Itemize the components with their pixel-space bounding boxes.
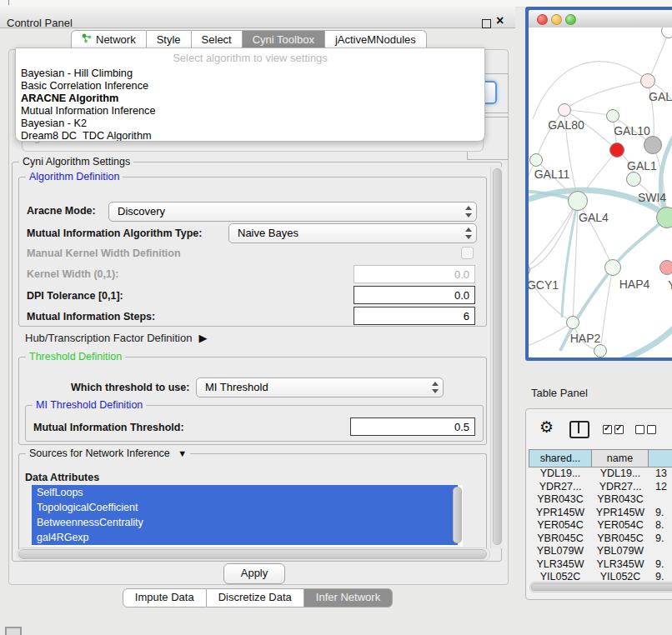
mi-algorithm-type-label: Mutual Information Algorithm Type:: [27, 228, 202, 239]
table-cell: YER054C: [529, 519, 592, 532]
table-row[interactable]: YLR345WYLR345W9.: [529, 558, 672, 572]
table-row[interactable]: YDR27...YDR27...12: [529, 481, 672, 494]
table-cell: [649, 545, 672, 558]
tab-cyni-toolbox[interactable]: Cyni Toolbox: [243, 30, 325, 49]
node-gal10[interactable]: [606, 109, 619, 122]
node-hap4[interactable]: [604, 259, 621, 276]
table-horizontal-scrollbar[interactable]: [529, 582, 672, 592]
settings-vertical-scrollbar[interactable]: [490, 167, 502, 548]
hub-definition-toggle[interactable]: Hub/Transcription Factor Definition▶: [25, 332, 207, 344]
close-traffic-light[interactable]: [537, 14, 548, 25]
dpi-tolerance-field[interactable]: [354, 286, 475, 304]
split-columns-icon[interactable]: [569, 421, 589, 438]
network-canvas[interactable]: GALGAL80GAL10GAL1GAL11SWI4GAL4GCY1HAP4YH…: [529, 28, 672, 358]
dpi-tolerance-label: DPI Tolerance [0,1]:: [27, 290, 123, 302]
tab-select[interactable]: Select: [192, 30, 243, 49]
aracne-mode-combobox[interactable]: Discovery: [108, 202, 477, 222]
close-icon[interactable]: ×: [496, 13, 504, 28]
kernel-width-field[interactable]: [354, 265, 475, 283]
table-row[interactable]: YBR043CYBR043C: [529, 493, 672, 507]
algorithm-option[interactable]: Bayesian - Hill Climbing: [16, 68, 484, 80]
mi-steps-field[interactable]: [354, 307, 475, 325]
node-swi4[interactable]: [626, 172, 641, 187]
which-threshold-label: Which threshold to use:: [71, 382, 189, 393]
manual-kernel-width-checkbox[interactable]: [461, 247, 474, 259]
tab-label: Style: [157, 33, 181, 46]
attribute-item[interactable]: gal4RGexp: [32, 530, 458, 545]
node-gal-top[interactable]: [640, 73, 655, 88]
attributes-list-scrollbar[interactable]: [453, 487, 462, 543]
node-gal11-label: GAL11: [534, 168, 570, 181]
attribute-item[interactable]: SelfLoops: [32, 485, 458, 500]
column-header-name[interactable]: name: [592, 449, 649, 468]
algorithm-option[interactable]: Mutual Information Inference: [16, 105, 484, 118]
network-window-titlebar[interactable]: [529, 10, 672, 28]
apply-button[interactable]: Apply: [223, 563, 285, 584]
node-hap2-label: HAP2: [570, 332, 601, 345]
node-hap2[interactable]: [566, 316, 579, 329]
table-cell: YLR345W: [592, 558, 649, 572]
column-header-col2[interactable]: [649, 449, 672, 468]
settings-horizontal-scrollbar[interactable]: [17, 548, 490, 561]
table-row[interactable]: YDL19...YDL19...13: [529, 468, 672, 481]
mi-algorithm-type-combobox[interactable]: Naive Bayes: [228, 223, 477, 243]
node-table: shared...name YDL19...YDL19...13YDR27...…: [529, 449, 672, 584]
which-threshold-combobox[interactable]: MI Threshold: [196, 378, 444, 398]
tab-style[interactable]: Style: [147, 30, 192, 49]
attribute-item[interactable]: BetweennessCentrality: [32, 515, 458, 530]
table-cell: YPR145W: [592, 507, 649, 520]
algorithm-option[interactable]: Dream8 DC_TDC Algorithm: [16, 130, 484, 142]
expand-arrow-icon: ▶: [198, 332, 207, 344]
node-gal11[interactable]: [529, 153, 543, 167]
bottom-tab-impute-data[interactable]: Impute Data: [123, 588, 207, 608]
select-none-icon[interactable]: [635, 422, 659, 438]
select-all-icon[interactable]: [603, 422, 626, 438]
node-salmon-label: Y: [668, 278, 672, 292]
table-row[interactable]: YPR145WYPR145W9.: [529, 507, 672, 520]
node-gal80[interactable]: [558, 103, 571, 117]
node-salmon[interactable]: [659, 260, 672, 275]
threshold-definition-title: Threshold Definition: [26, 351, 125, 362]
node-gal4[interactable]: [568, 191, 588, 211]
sources-group-title[interactable]: Sources for Network Inference ▼: [26, 448, 190, 459]
table-cell: YDL19...: [592, 468, 649, 481]
top-tick: [8, 0, 9, 5]
stepper-arrows-icon: [464, 206, 472, 218]
table-row[interactable]: YBL079WYBL079W: [529, 545, 672, 558]
node-gray[interactable]: [644, 136, 662, 154]
algorithm-option[interactable]: Basic Correlation Inference: [16, 80, 484, 92]
cyni-algorithm-settings-title: Cyni Algorithm Settings: [19, 156, 133, 168]
corner-widget-icon[interactable]: [5, 627, 22, 635]
tab-jactivemnodules[interactable]: jActiveMNodules: [325, 30, 427, 49]
minimize-traffic-light[interactable]: [551, 14, 562, 25]
data-attributes-label: Data Attributes: [25, 472, 99, 483]
table-cell: YBL079W: [592, 545, 649, 558]
settings-gear-icon[interactable]: ⚙: [539, 418, 554, 437]
node-right-green[interactable]: [656, 207, 672, 228]
algorithm-option[interactable]: Bayesian - K2: [16, 118, 484, 130]
bottom-tab-discretize-data[interactable]: Discretize Data: [207, 588, 304, 608]
table-cell: YDL19...: [529, 468, 592, 481]
node-gal80-label: GAL80: [548, 118, 584, 132]
network-icon: [82, 33, 92, 46]
table-row[interactable]: YBR045CYBR045C9.: [529, 532, 672, 546]
table-row[interactable]: YER054CYER054C8.: [529, 519, 672, 532]
bottom-tab-infer-network[interactable]: Infer Network: [304, 588, 393, 608]
table-panel-toolbar: ⚙: [526, 416, 672, 441]
float-window-icon[interactable]: [482, 19, 491, 28]
table-cell: YPR145W: [529, 507, 592, 520]
column-header-shared...[interactable]: shared...: [529, 449, 592, 468]
attribute-item[interactable]: TopologicalCoefficient: [32, 500, 458, 515]
table-cell: 9.: [649, 558, 672, 572]
stepper-arrows-icon: [464, 228, 472, 239]
table-panel: ⚙ shared...name YDL19...YDL19...13YDR27.…: [525, 408, 672, 600]
data-attributes-list[interactable]: SelfLoopsTopologicalCoefficientBetweenne…: [32, 485, 463, 547]
node-gal1-red[interactable]: [609, 142, 624, 158]
table-cell: YBL079W: [529, 545, 592, 558]
mi-threshold-field[interactable]: [350, 418, 475, 436]
screen: Control Panel × NetworkStyleSelectCyni T…: [0, 0, 672, 635]
zoom-traffic-light[interactable]: [565, 14, 576, 25]
tab-network[interactable]: Network: [71, 30, 147, 49]
algorithm-option[interactable]: ARACNE Algorithm: [16, 92, 484, 105]
node-bottom-green[interactable]: [594, 344, 607, 358]
